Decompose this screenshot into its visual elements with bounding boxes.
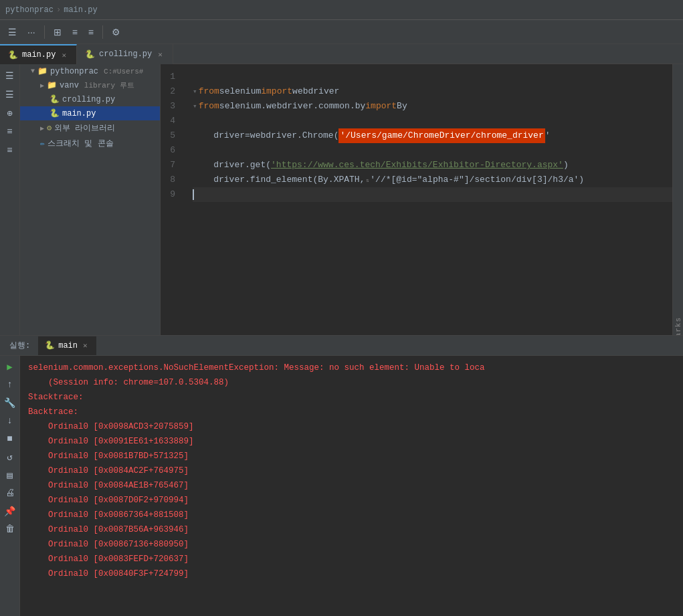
tree-ext-lib-label: 외부 라이브러리 [54,122,115,134]
tree-root-label: pythonprac [50,67,98,76]
ln-1: 1 [161,70,181,84]
tree-root-folder-icon: 📁 [37,66,47,76]
pin-btn[interactable]: 📌 [2,503,18,519]
code-line-9 [193,187,672,202]
ln-4: 4 [161,114,181,128]
side-icon-2[interactable]: ☰ [1,86,19,103]
side-icon-5[interactable]: ≡ [1,142,19,159]
toolbar: ☰ ··· ⊞ ≡ ≡ ⚙ [0,20,683,44]
run-label: 실행: [4,340,35,351]
tab-main-py-label: main.py [22,50,56,60]
tree-vanv-label: vanv [60,81,79,90]
align2-btn[interactable]: ≡ [84,24,98,40]
tree-main[interactable]: 🐍 main.py [20,106,160,120]
error-line-10: Ordinal0 [0x00867364+881508] [28,508,675,522]
breadcrumb-project[interactable]: pythonprac [5,5,54,15]
tab-crolling-py-label: crolling.py [99,49,152,59]
tree-vanv-icon: 📁 [47,80,57,90]
tab-crolling-py-close[interactable]: ✕ [156,49,165,60]
kw-import-3: import [365,99,397,114]
scroll-up-btn[interactable]: ↑ [2,377,18,393]
code-selenium-3: selenium.webdriver.common.by [219,99,365,114]
stack-btn[interactable]: ▤ [2,467,18,483]
error-line-14: Ordinal0 [0x00840F3F+724799] [28,567,675,581]
tab-main-py[interactable]: 🐍 main.py ✕ [0,44,77,64]
structure-btn[interactable]: ⊞ [50,24,66,40]
tree-scratch[interactable]: ✏ 스크래치 및 콘솔 [20,136,160,151]
code-line-6 [193,143,672,158]
side-icon-3[interactable]: ⊕ [1,104,19,122]
tree-ext-lib-arrow: ▶ [40,124,44,132]
fold-3: ▾ [193,99,197,114]
tree-vanv-arrow: ▶ [40,82,44,90]
tree-root-arrow: ▼ [31,68,35,75]
code-indent-5: driver [193,128,245,143]
tab-crolling-py[interactable]: 🐍 crolling.py ✕ [77,44,173,64]
bottom-tab-main-close[interactable]: ✕ [81,340,90,350]
tree-vanv[interactable]: ▶ 📁 vanv library 루트 [20,78,160,92]
ln-8: 8 [161,173,181,187]
stop-btn[interactable]: ■ [2,431,18,447]
code-line-8: driver.find_element(By.XPATH, ₛ '//*[@id… [193,173,672,187]
code-indent-8: driver.find_element(By.XPATH, [193,173,365,187]
ln-9: 9 [161,187,181,202]
bottom-tab-main-label: main [58,341,78,350]
tree-crolling-icon: 🐍 [50,94,60,104]
crolling-py-icon: 🐍 [85,49,95,60]
rerun-btn[interactable]: ↺ [2,449,18,465]
error-line-12: Ordinal0 [0x00867136+880950] [28,538,675,551]
tree-vanv-suffix: library 루트 [84,80,134,90]
code-line-1 [193,70,672,84]
fold-2: ▾ [193,84,197,99]
scroll-down-btn[interactable]: ↓ [2,413,18,429]
main-py-icon: 🐍 [8,50,18,60]
bottom-tab-main-icon: 🐍 [45,340,55,350]
tree-ext-lib[interactable]: ▶ ⚙ 외부 라이브러리 [20,120,160,136]
bottom-toolbar: ▶ ↑ 🔧 ↓ ■ ↺ ▤ 🖨 📌 🗑 [0,356,20,616]
code-comma-8: ₛ [365,173,370,187]
tree-main-label: main.py [62,109,96,118]
tab-main-py-close[interactable]: ✕ [60,50,68,60]
sidebar-toggle-btn[interactable]: ☰ [4,24,21,40]
print-btn[interactable]: 🖨 [2,485,18,501]
tree-scratch-label: 스크래치 및 콘솔 [47,138,113,149]
tree-ext-lib-icon: ⚙ [47,123,52,133]
more-btn[interactable]: ··· [23,24,39,40]
tree-root[interactable]: ▼ 📁 pythonprac C:#Users# [20,64,160,78]
error-line-2: Stacktrace: [28,391,675,404]
breadcrumb-file[interactable]: main.py [64,5,97,15]
tree-root-path: C:#Users# [104,68,143,76]
kw-import-2: import [261,84,292,99]
toolbar-sep-1 [44,25,45,39]
code-close-7: ) [563,158,569,173]
align-btn[interactable]: ≡ [68,24,82,40]
cursor [193,189,194,200]
tabs-bar: 🐍 main.py ✕ 🐍 crolling.py ✕ [0,44,683,64]
error-line-0: selenium.common.exceptions.NoSuchElement… [28,361,675,375]
side-icon-4[interactable]: ≡ [1,123,19,140]
side-icon-1[interactable]: ☰ [1,67,19,84]
ln-2: 2 [161,84,181,99]
run-btn[interactable]: ▶ [2,358,18,375]
console-output[interactable]: selenium.common.exceptions.NoSuchElement… [20,356,683,616]
kw-from-3: from [199,99,219,114]
code-xpath-8: '//*[@id="alpha-#"]/section/div[3]/h3/a'… [370,173,584,187]
error-line-7: Ordinal0 [0x0084AC2F+764975] [28,464,675,478]
ln-5: 5 [161,128,181,143]
wrench-btn[interactable]: 🔧 [2,395,18,411]
breadcrumb-sep: › [56,5,61,15]
code-webdriver-2: webdriver [292,84,339,99]
code-chrome-5: webdriver.Chrome( [250,128,339,143]
kw-from-2: from [199,84,219,99]
trash-btn[interactable]: 🗑 [2,521,18,537]
error-line-13: Ordinal0 [0x0083FEFD+720637] [28,552,675,566]
code-url-7: 'https://www.ces.tech/Exhibits/Exhibitor… [271,158,563,173]
bottom-tab-main[interactable]: 🐍 main ✕ [38,336,96,355]
settings-btn[interactable]: ⚙ [108,24,124,40]
highlight-path-5: '/Users/game/ChromeDriver/chrome_driver [338,128,545,143]
bottom-panel: 실행: 🐍 main ✕ ▶ ↑ 🔧 ↓ ■ ↺ ▤ 🖨 📌 🗑 seleniu… [0,335,683,616]
ln-6: 6 [161,143,181,158]
tree-crolling[interactable]: 🐍 crolling.py [20,92,160,106]
bottom-content: ▶ ↑ 🔧 ↓ ■ ↺ ▤ 🖨 📌 🗑 selenium.common.exce… [0,356,683,616]
error-line-1: (Session info: chrome=107.0.5304.88) [28,376,675,389]
